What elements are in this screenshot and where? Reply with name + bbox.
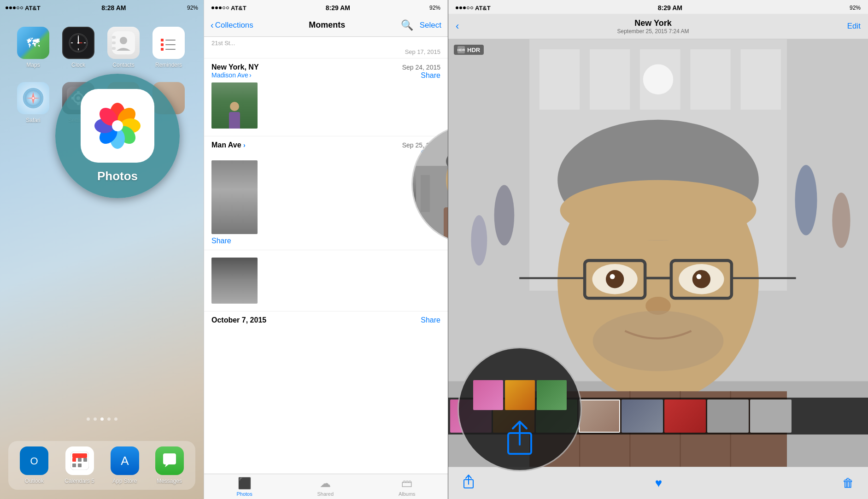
photos-zoom-label: Photos xyxy=(97,169,138,183)
delete-button[interactable]: 🗑 xyxy=(842,476,854,490)
time-p3: 8:29 AM xyxy=(658,4,682,12)
thumb-watch[interactable] xyxy=(211,258,258,304)
photos-zoom-overlay: Photos xyxy=(55,74,180,198)
tab-albums[interactable]: 🗃 Albums xyxy=(399,477,416,497)
app-contacts[interactable]: Contacts xyxy=(103,27,144,77)
status-bar-p1: AT&T 8:28 AM 92% xyxy=(0,0,204,13)
svg-point-87 xyxy=(471,215,487,265)
panel-moments: AT&T 8:29 AM 92% ‹ Collections Moments 🔍… xyxy=(204,0,448,499)
app-safari[interactable]: Safari xyxy=(13,82,53,133)
signal-dot xyxy=(9,6,12,9)
page-dot xyxy=(94,417,97,421)
moments-title: Moments xyxy=(309,20,345,30)
select-button[interactable]: Select xyxy=(420,21,441,30)
moment-share-oct[interactable]: Share xyxy=(421,316,440,324)
outlook-icon: O xyxy=(20,446,48,475)
moment-share3[interactable]: Share xyxy=(211,237,440,245)
app-clock[interactable]: Clock xyxy=(58,27,99,77)
signal-dot xyxy=(463,6,466,9)
moment-share-btn[interactable]: Share xyxy=(402,71,440,80)
back-to-collections[interactable]: ‹ Collections xyxy=(211,20,253,30)
strip-thumb-6[interactable] xyxy=(664,399,706,433)
thumb-img xyxy=(211,82,258,129)
battery-p3-label: 92% xyxy=(850,5,861,11)
search-icon[interactable]: 🔍 xyxy=(401,19,413,31)
svg-rect-18 xyxy=(165,40,176,41)
messages-label: Messages xyxy=(157,478,182,484)
person-head xyxy=(230,102,239,111)
moment-partial-date: Sep 17, 2015 xyxy=(211,48,440,55)
status-bar-p3: AT&T 8:29 AM 92% xyxy=(448,0,868,14)
clock-label: Clock xyxy=(71,62,85,68)
dock-appstore[interactable]: A App Store xyxy=(111,446,139,484)
svg-point-101 xyxy=(696,274,701,279)
moment-header-man: Man Ave › Sep 25, 2015 Share xyxy=(211,141,440,158)
moment-location-man: Man Ave › xyxy=(211,141,246,149)
page-dot xyxy=(114,417,117,421)
favorite-button[interactable]: ♥ xyxy=(655,476,662,490)
carrier-p1: AT&T xyxy=(6,5,41,12)
safari-label: Safari xyxy=(26,117,40,123)
moment-oct-date: October 7, 2015 xyxy=(211,316,266,324)
app-maps[interactable]: 🗺 Maps xyxy=(13,27,53,77)
panel-photo-detail: AT&T 8:29 AM 92% ‹ New York September 25… xyxy=(448,0,868,499)
svg-rect-50 xyxy=(78,458,82,462)
moments-nav-bar: ‹ Collections Moments 🔍 Select xyxy=(204,14,448,37)
contacts-label: Contacts xyxy=(112,62,134,68)
dock-calendars[interactable]: Calendars 5 xyxy=(65,446,94,484)
panel-homescreen: AT&T 8:28 AM 92% 🗺 Maps xyxy=(0,0,204,499)
reminders-label: Reminders xyxy=(155,62,182,68)
svg-rect-15 xyxy=(112,47,116,50)
status-bar-p2: AT&T 8:29 AM 92% xyxy=(204,0,448,14)
messages-icon xyxy=(155,446,184,475)
svg-rect-13 xyxy=(112,36,116,39)
moment-share-row: Share xyxy=(211,237,440,245)
thumb-person-lady[interactable] xyxy=(211,82,258,129)
zoom-thumb-1 xyxy=(473,380,503,410)
tab-bar: ⬛ Photos ☁ Shared 🗃 Albums xyxy=(204,474,448,499)
albums-tab-icon: 🗃 xyxy=(401,477,412,490)
zoom-share-content xyxy=(459,348,581,470)
signal-dot xyxy=(219,6,222,9)
battery-p2: 92% xyxy=(429,5,440,11)
strip-thumb-current[interactable] xyxy=(579,399,620,433)
dock-outlook[interactable]: O Outlook xyxy=(20,446,48,484)
person-figure xyxy=(229,102,240,129)
zoom-strip-preview xyxy=(473,380,567,410)
strip-thumb-7[interactable] xyxy=(707,399,749,433)
svg-rect-71 xyxy=(421,175,430,212)
pagination xyxy=(0,417,204,421)
back-button-p3[interactable]: ‹ xyxy=(456,20,459,32)
edit-button[interactable]: Edit xyxy=(847,22,861,31)
svg-rect-22 xyxy=(165,49,176,50)
svg-point-85 xyxy=(795,165,817,235)
signal-dot xyxy=(226,6,229,9)
battery-p2: 92% xyxy=(429,5,440,11)
photo-nav-bar: ‹ New York September 25, 2015 7:24 AM Ed… xyxy=(448,14,868,39)
back-chevron-icon: ‹ xyxy=(211,20,214,30)
thumb-apple-store[interactable] xyxy=(211,160,258,234)
dock-messages[interactable]: Messages xyxy=(155,446,184,484)
tab-photos[interactable]: ⬛ Photos xyxy=(236,477,252,497)
clock-icon-img xyxy=(62,27,94,59)
maps-icon-img: 🗺 xyxy=(17,27,49,59)
app-reminders[interactable]: Reminders xyxy=(148,27,189,77)
strip-thumb-5[interactable] xyxy=(622,399,663,433)
strip-thumb-8[interactable] xyxy=(750,399,792,433)
maps-label: Maps xyxy=(26,62,40,68)
tab-shared[interactable]: ☁ Shared xyxy=(317,477,334,497)
svg-rect-49 xyxy=(72,458,76,462)
photos-icon-large xyxy=(81,89,154,163)
svg-rect-16 xyxy=(157,31,180,54)
svg-point-86 xyxy=(832,193,850,248)
svg-point-10 xyxy=(77,42,79,44)
svg-rect-14 xyxy=(112,41,116,44)
contacts-icon-img xyxy=(107,27,140,59)
svg-point-100 xyxy=(610,274,615,279)
signal-dot xyxy=(6,6,8,9)
svg-rect-52 xyxy=(72,464,76,467)
moment-october: October 7, 2015 Share xyxy=(204,311,448,329)
moment-manavenue: Man Ave › Sep 25, 2015 Share Share xyxy=(204,136,448,250)
battery-p3: 92% xyxy=(850,5,861,11)
share-button[interactable] xyxy=(462,474,475,492)
